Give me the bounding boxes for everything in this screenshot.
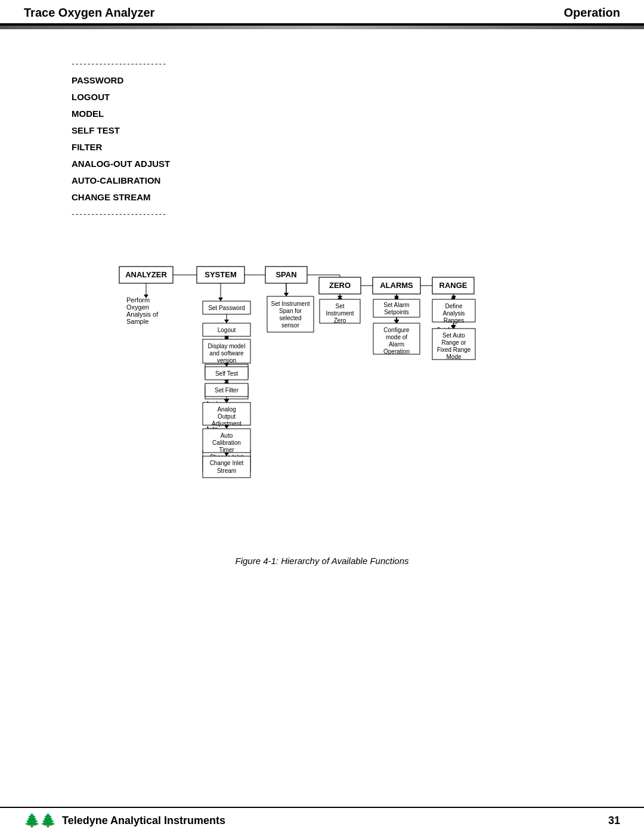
svg-text:Setpoints: Setpoints: [384, 309, 409, 315]
svg-text:Define: Define: [445, 303, 463, 309]
svg-text:and software: and software: [209, 350, 244, 357]
svg-text:sensor: sensor: [281, 322, 300, 329]
svg-marker-162: [284, 293, 289, 296]
menu-item-change-stream: CHANGE STREAM: [72, 190, 572, 205]
page-header: Trace Oxygen Analyzer Operation: [0, 0, 644, 26]
svg-text:ANALYZER: ANALYZER: [125, 270, 167, 279]
menu-item-filter: FILTER: [72, 140, 572, 154]
svg-text:Set Alarm: Set Alarm: [383, 302, 409, 308]
svg-text:Analysis: Analysis: [442, 310, 465, 317]
svg-text:Set Filter: Set Filter: [215, 387, 239, 394]
svg-marker-139: [224, 425, 229, 429]
menu-item-self-test: SELF TEST: [72, 123, 572, 138]
menu-item-model: MODEL: [72, 107, 572, 121]
diagram-container: ANALYZER Perform Oxygen Analysis of Samp…: [72, 237, 572, 547]
svg-text:Calibration: Calibration: [212, 439, 241, 446]
svg-text:Alarm: Alarm: [389, 341, 404, 348]
footer-logo-icon: 🌲🌲: [24, 813, 56, 828]
page-content: ------------------------ PASSWORD LOGOUT…: [0, 47, 644, 590]
svg-marker-160: [224, 399, 229, 402]
svg-marker-27: [218, 298, 223, 301]
figure-caption: Figure 4-1: Hierarchy of Available Funct…: [72, 556, 572, 566]
footer-brand: 🌲🌲 Teledyne Analytical Instruments: [24, 813, 225, 828]
svg-text:Set Password: Set Password: [208, 305, 245, 311]
svg-text:Instrument: Instrument: [326, 310, 354, 317]
footer-page-number: 31: [608, 815, 620, 827]
menu-section: ------------------------ PASSWORD LOGOUT…: [72, 59, 572, 219]
svg-text:Mode: Mode: [446, 354, 461, 360]
svg-text:SYSTEM: SYSTEM: [205, 270, 236, 279]
svg-text:Change Inlet: Change Inlet: [210, 460, 244, 466]
menu-item-logout: LOGOUT: [72, 90, 572, 104]
svg-text:Operation: Operation: [383, 348, 410, 355]
svg-text:ZERO: ZERO: [329, 281, 351, 290]
svg-marker-127: [394, 320, 399, 323]
menu-dashes-bottom: ------------------------: [72, 209, 572, 219]
svg-text:Auto: Auto: [221, 432, 233, 439]
svg-text:Range or: Range or: [441, 339, 466, 346]
svg-text:SPAN: SPAN: [275, 270, 296, 279]
svg-text:Configure: Configure: [383, 327, 410, 333]
svg-text:Display model: Display model: [208, 343, 246, 349]
svg-text:Output: Output: [218, 413, 236, 420]
svg-text:mode of: mode of: [386, 334, 407, 340]
svg-text:Analog: Analog: [217, 406, 236, 413]
svg-text:Self Test: Self Test: [215, 370, 238, 377]
header-bar: [0, 26, 644, 29]
svg-text:Span for: Span for: [279, 308, 302, 314]
menu-item-password: PASSWORD: [72, 73, 572, 88]
svg-text:Stream: Stream: [217, 467, 236, 474]
hierarchy-diagram: ANALYZER Perform Oxygen Analysis of Samp…: [113, 237, 531, 547]
svg-text:Set Auto: Set Auto: [442, 332, 465, 339]
header-title-right: Operation: [564, 6, 620, 20]
header-title-left: Trace Oxygen Analyzer: [24, 6, 154, 20]
svg-text:Sample: Sample: [126, 318, 148, 325]
menu-item-analog-out: ANALOG-OUT ADJUST: [72, 157, 572, 171]
svg-text:selected: selected: [279, 315, 301, 321]
svg-text:Oxygen: Oxygen: [126, 304, 149, 311]
svg-text:ALARMS: ALARMS: [380, 281, 413, 290]
svg-text:version: version: [217, 357, 236, 364]
svg-text:Set: Set: [335, 303, 344, 309]
svg-text:Logout: Logout: [218, 327, 236, 333]
svg-text:Zero: Zero: [334, 317, 346, 324]
svg-text:Analysis of: Analysis of: [126, 311, 159, 318]
menu-dashes-top: ------------------------: [72, 59, 572, 69]
svg-marker-31: [224, 320, 229, 323]
svg-text:Timer: Timer: [219, 447, 234, 453]
menu-item-auto-cal: AUTO-CALIBRATION: [72, 174, 572, 188]
footer-brand-text: Teledyne Analytical Instruments: [62, 815, 225, 827]
svg-text:Fixed Range: Fixed Range: [437, 346, 471, 353]
page-footer: 🌲🌲 Teledyne Analytical Instruments 31: [0, 807, 644, 833]
svg-text:RANGE: RANGE: [439, 281, 467, 290]
svg-text:Set Instrument: Set Instrument: [271, 301, 309, 307]
